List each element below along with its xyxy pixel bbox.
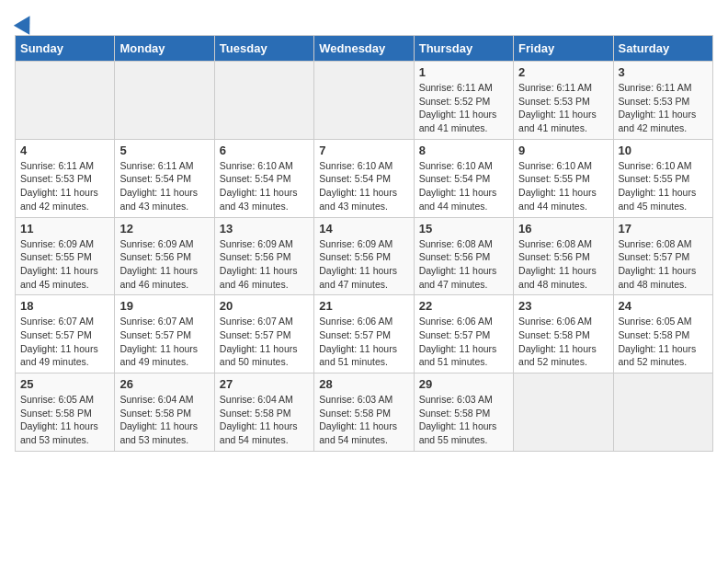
day-info: Sunrise: 6:05 AMSunset: 5:58 PMDaylight:… [619,315,708,369]
week-row-2: 11Sunrise: 6:09 AMSunset: 5:55 PMDayligh… [16,217,713,295]
day-number: 13 [220,222,309,236]
week-row-4: 25Sunrise: 6:05 AMSunset: 5:58 PMDayligh… [16,373,713,452]
calendar-cell: 29Sunrise: 6:03 AMSunset: 5:58 PMDayligh… [414,373,513,452]
day-number: 19 [119,299,209,313]
col-header-thursday: Thursday [414,36,513,62]
calendar-cell [16,62,115,140]
calendar-cell: 17Sunrise: 6:08 AMSunset: 5:57 PMDayligh… [613,217,712,295]
day-number: 23 [518,299,608,313]
col-header-friday: Friday [514,36,613,62]
col-header-wednesday: Wednesday [314,36,414,62]
day-info: Sunrise: 6:11 AMSunset: 5:54 PMDaylight:… [119,159,209,213]
calendar-cell: 12Sunrise: 6:09 AMSunset: 5:56 PMDayligh… [115,217,214,295]
day-number: 17 [619,222,708,236]
day-number: 18 [20,299,109,313]
day-number: 6 [220,144,309,157]
calendar-cell: 23Sunrise: 6:06 AMSunset: 5:58 PMDayligh… [514,295,613,373]
calendar-cell: 5Sunrise: 6:11 AMSunset: 5:54 PMDaylight… [115,139,214,217]
day-number: 5 [119,144,209,157]
day-info: Sunrise: 6:11 AMSunset: 5:52 PMDaylight:… [419,81,508,135]
day-number: 12 [119,222,209,236]
day-info: Sunrise: 6:10 AMSunset: 5:55 PMDaylight:… [518,159,608,213]
day-info: Sunrise: 6:04 AMSunset: 5:58 PMDaylight:… [119,393,209,447]
day-number: 20 [220,299,309,313]
calendar-cell: 4Sunrise: 6:11 AMSunset: 5:53 PMDaylight… [16,139,115,217]
calendar-cell: 18Sunrise: 6:07 AMSunset: 5:57 PMDayligh… [16,295,115,373]
calendar-cell: 25Sunrise: 6:05 AMSunset: 5:58 PMDayligh… [16,373,115,452]
day-number: 25 [20,377,109,391]
calendar-cell: 24Sunrise: 6:05 AMSunset: 5:58 PMDayligh… [613,295,712,373]
calendar-cell: 28Sunrise: 6:03 AMSunset: 5:58 PMDayligh… [314,373,414,452]
day-info: Sunrise: 6:07 AMSunset: 5:57 PMDaylight:… [119,315,209,369]
day-info: Sunrise: 6:10 AMSunset: 5:54 PMDaylight:… [220,159,309,213]
calendar-cell [514,373,613,452]
day-number: 4 [20,144,109,157]
calendar-cell: 11Sunrise: 6:09 AMSunset: 5:55 PMDayligh… [16,217,115,295]
calendar-cell: 14Sunrise: 6:09 AMSunset: 5:56 PMDayligh… [314,217,414,295]
day-number: 1 [419,65,508,79]
week-row-3: 18Sunrise: 6:07 AMSunset: 5:57 PMDayligh… [16,295,713,373]
week-row-1: 4Sunrise: 6:11 AMSunset: 5:53 PMDaylight… [16,139,713,217]
day-info: Sunrise: 6:04 AMSunset: 5:58 PMDaylight:… [220,393,309,447]
calendar-cell: 3Sunrise: 6:11 AMSunset: 5:53 PMDaylight… [613,62,712,140]
day-info: Sunrise: 6:06 AMSunset: 5:58 PMDaylight:… [518,315,608,369]
day-info: Sunrise: 6:07 AMSunset: 5:57 PMDaylight:… [220,315,309,369]
calendar-cell: 7Sunrise: 6:10 AMSunset: 5:54 PMDaylight… [314,139,414,217]
day-number: 11 [20,222,109,236]
calendar-cell: 1Sunrise: 6:11 AMSunset: 5:52 PMDaylight… [414,62,513,140]
day-number: 24 [619,299,708,313]
calendar-cell: 13Sunrise: 6:09 AMSunset: 5:56 PMDayligh… [214,217,313,295]
day-info: Sunrise: 6:06 AMSunset: 5:57 PMDaylight:… [419,315,508,369]
day-info: Sunrise: 6:11 AMSunset: 5:53 PMDaylight:… [619,81,708,135]
col-header-monday: Monday [115,36,214,62]
calendar-cell: 21Sunrise: 6:06 AMSunset: 5:57 PMDayligh… [314,295,414,373]
day-info: Sunrise: 6:08 AMSunset: 5:56 PMDaylight:… [518,237,608,292]
col-header-sunday: Sunday [16,36,115,62]
day-info: Sunrise: 6:03 AMSunset: 5:58 PMDaylight:… [319,393,408,447]
logo [15,15,35,28]
day-number: 27 [220,377,309,391]
day-number: 21 [319,299,408,313]
calendar-cell: 19Sunrise: 6:07 AMSunset: 5:57 PMDayligh… [115,295,214,373]
day-info: Sunrise: 6:07 AMSunset: 5:57 PMDaylight:… [20,315,109,369]
day-number: 26 [119,377,209,391]
calendar-cell: 15Sunrise: 6:08 AMSunset: 5:56 PMDayligh… [414,217,513,295]
day-number: 14 [319,222,408,236]
day-number: 2 [518,65,608,79]
calendar-cell [214,62,313,140]
day-info: Sunrise: 6:06 AMSunset: 5:57 PMDaylight:… [319,315,408,369]
calendar-cell: 22Sunrise: 6:06 AMSunset: 5:57 PMDayligh… [414,295,513,373]
day-info: Sunrise: 6:11 AMSunset: 5:53 PMDaylight:… [20,159,109,213]
day-number: 22 [419,299,508,313]
calendar-cell [613,373,712,452]
day-info: Sunrise: 6:11 AMSunset: 5:53 PMDaylight:… [518,81,608,135]
day-info: Sunrise: 6:09 AMSunset: 5:56 PMDaylight:… [119,237,209,292]
calendar-cell: 2Sunrise: 6:11 AMSunset: 5:53 PMDaylight… [514,62,613,140]
calendar-cell: 8Sunrise: 6:10 AMSunset: 5:54 PMDaylight… [414,139,513,217]
day-info: Sunrise: 6:03 AMSunset: 5:58 PMDaylight:… [419,393,508,447]
day-number: 15 [419,222,508,236]
calendar-cell [115,62,214,140]
calendar-cell [314,62,414,140]
day-info: Sunrise: 6:10 AMSunset: 5:54 PMDaylight:… [319,159,408,213]
week-row-0: 1Sunrise: 6:11 AMSunset: 5:52 PMDaylight… [16,62,713,140]
day-number: 28 [319,377,408,391]
day-info: Sunrise: 6:09 AMSunset: 5:56 PMDaylight:… [220,237,309,292]
calendar-cell: 20Sunrise: 6:07 AMSunset: 5:57 PMDayligh… [214,295,313,373]
day-number: 29 [419,377,508,391]
logo-triangle-icon [14,11,38,35]
day-info: Sunrise: 6:09 AMSunset: 5:55 PMDaylight:… [20,237,109,292]
calendar-table: SundayMondayTuesdayWednesdayThursdayFrid… [15,35,713,452]
day-info: Sunrise: 6:10 AMSunset: 5:55 PMDaylight:… [619,159,708,213]
day-number: 3 [619,65,708,79]
calendar-cell: 27Sunrise: 6:04 AMSunset: 5:58 PMDayligh… [214,373,313,452]
day-number: 9 [518,144,608,157]
day-info: Sunrise: 6:09 AMSunset: 5:56 PMDaylight:… [319,237,408,292]
day-info: Sunrise: 6:08 AMSunset: 5:56 PMDaylight:… [419,237,508,292]
calendar-cell: 16Sunrise: 6:08 AMSunset: 5:56 PMDayligh… [514,217,613,295]
day-number: 8 [419,144,508,157]
col-header-saturday: Saturday [613,36,712,62]
page-header [15,15,713,28]
calendar-cell: 6Sunrise: 6:10 AMSunset: 5:54 PMDaylight… [214,139,313,217]
day-info: Sunrise: 6:08 AMSunset: 5:57 PMDaylight:… [619,237,708,292]
